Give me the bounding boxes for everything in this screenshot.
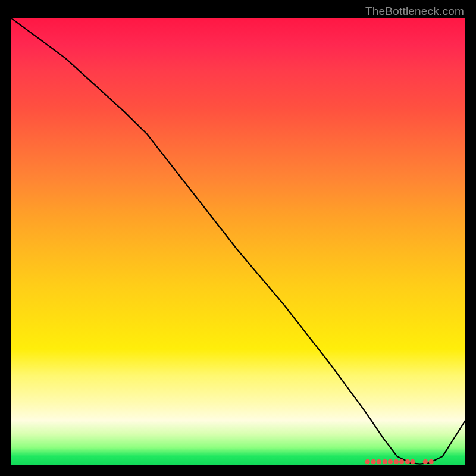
marker-dot — [429, 459, 434, 464]
plot-area — [11, 18, 465, 465]
watermark-text: TheBottleneck.com — [365, 5, 464, 18]
marker-dot — [405, 459, 410, 464]
marker-dot — [383, 459, 387, 464]
marker-dot — [410, 459, 415, 464]
curve-svg — [11, 18, 465, 465]
chart-container — [11, 18, 465, 465]
line-series — [11, 18, 465, 464]
marker-dot — [365, 459, 370, 464]
marker-dot — [377, 459, 381, 464]
marker-dot — [423, 459, 428, 464]
marker-dot — [399, 459, 404, 464]
curve-line — [11, 18, 465, 464]
marker-dot — [394, 459, 399, 464]
marker-dot — [388, 459, 393, 464]
marker-dot — [371, 459, 376, 464]
